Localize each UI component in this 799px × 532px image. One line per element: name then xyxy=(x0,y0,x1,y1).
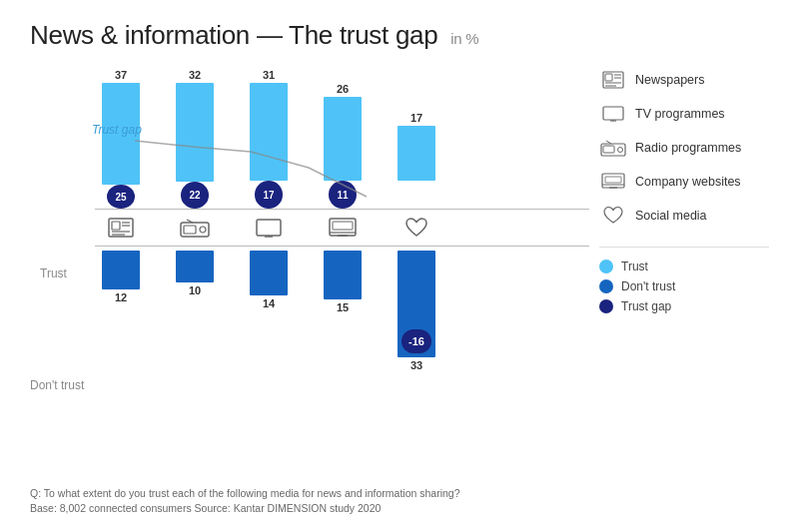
icon-radio xyxy=(169,216,221,240)
dont-trust-val-radio: 10 xyxy=(189,284,201,296)
legend-icon-radio xyxy=(599,137,627,159)
trust-color-dot xyxy=(599,260,613,273)
legend: Newspapers TV programmes xyxy=(589,69,769,319)
trust-val-radio: 32 xyxy=(189,69,201,81)
legend-color-dont-trust: Don't trust xyxy=(599,279,769,293)
dont-trust-val-newspapers: 12 xyxy=(115,291,127,303)
dont-trust-bar-newspapers xyxy=(102,251,140,289)
svg-rect-29 xyxy=(603,146,614,153)
legend-item-tv: TV programmes xyxy=(599,103,769,125)
legend-icon-tv xyxy=(599,103,627,125)
dont-trust-bar-social: -16 xyxy=(398,251,435,357)
legend-media-items: Newspapers TV programmes xyxy=(599,69,769,227)
dont-trust-group-social: -16 33 xyxy=(391,251,442,380)
legend-label-newspapers: Newspapers xyxy=(635,73,704,87)
trust-color-label: Trust xyxy=(621,260,648,273)
legend-icon-social xyxy=(599,205,627,227)
dont-trust-bar-tv xyxy=(250,251,288,295)
legend-item-company: Company websites xyxy=(599,171,769,193)
bar-group-company: 26 11 xyxy=(317,69,369,209)
svg-point-28 xyxy=(618,148,623,153)
trust-bar-tv xyxy=(250,83,288,181)
svg-rect-24 xyxy=(603,107,623,120)
legend-label-tv: TV programmes xyxy=(635,107,725,121)
dont-trust-group-radio: 10 xyxy=(169,251,221,350)
legend-item-social: Social media xyxy=(599,205,769,227)
gap-circle-company: 11 xyxy=(329,181,357,209)
svg-rect-8 xyxy=(184,226,196,234)
icon-newspapers xyxy=(95,216,147,240)
trust-gap-color-dot xyxy=(599,299,613,313)
trust-gap-color-label: Trust gap xyxy=(621,299,671,313)
trust-bar-social xyxy=(398,126,435,181)
dont-trust-bar-company xyxy=(324,251,362,299)
icon-company xyxy=(317,216,369,240)
icon-tv xyxy=(243,216,295,240)
dont-trust-label: Don't trust xyxy=(30,378,84,392)
trust-val-newspapers: 37 xyxy=(115,69,127,81)
dont-trust-group-tv: 14 xyxy=(243,251,295,350)
title-main: News & information — The trust gap xyxy=(30,20,437,50)
legend-label-company: Company websites xyxy=(635,175,741,189)
legend-color-trust: Trust xyxy=(599,260,769,273)
trust-val-social: 17 xyxy=(410,112,422,124)
footnote: Q: To what extent do you trust each of t… xyxy=(30,486,460,518)
dont-trust-color-label: Don't trust xyxy=(621,279,675,293)
trust-label: Trust xyxy=(40,266,67,280)
legend-label-radio: Radio programmes xyxy=(635,141,741,155)
gap-circle-tv: 17 xyxy=(255,181,283,209)
dont-trust-val-social: 33 xyxy=(410,359,422,371)
footnote-line1: Q: To what extent do you trust each of t… xyxy=(30,486,460,502)
legend-icon-newspapers xyxy=(599,69,627,91)
legend-color-trust-gap: Trust gap xyxy=(599,299,769,313)
bar-group-tv: 31 17 xyxy=(243,69,295,209)
svg-point-7 xyxy=(200,227,206,233)
dont-trust-group-company: 15 xyxy=(317,251,369,350)
legend-icon-company xyxy=(599,171,627,193)
gap-circle-newspapers: 25 xyxy=(107,185,135,209)
footnote-line2: Base: 8,002 connected consumers Source: … xyxy=(30,501,460,517)
dont-trust-color-dot xyxy=(599,279,613,293)
trust-bar-radio xyxy=(176,83,214,182)
trust-bar-company xyxy=(324,97,362,181)
trust-val-company: 26 xyxy=(337,83,349,95)
legend-divider xyxy=(599,247,769,248)
dont-trust-val-company: 15 xyxy=(337,301,349,313)
svg-rect-10 xyxy=(257,220,281,236)
bar-group-social: 17 xyxy=(391,69,442,209)
trust-gap-label: Trust gap xyxy=(92,123,142,137)
legend-label-social: Social media xyxy=(635,209,707,223)
svg-rect-34 xyxy=(605,177,621,183)
legend-item-newspapers: Newspapers xyxy=(599,69,769,91)
gap-circle-social: -16 xyxy=(401,329,431,353)
svg-rect-17 xyxy=(333,222,353,230)
dont-trust-val-tv: 14 xyxy=(263,297,275,309)
svg-rect-1 xyxy=(112,222,120,230)
title-suffix: in % xyxy=(450,30,478,47)
bar-group-newspapers: 37 25 xyxy=(95,69,147,209)
icon-social xyxy=(391,216,442,240)
trust-val-tv: 31 xyxy=(263,69,275,81)
bar-group-radio: 32 22 xyxy=(169,69,221,209)
legend-color-items: Trust Don't trust Trust gap xyxy=(599,260,769,313)
chart-title: News & information — The trust gap in % xyxy=(30,20,769,51)
dont-trust-group-newspapers: 12 xyxy=(95,251,147,350)
legend-item-radio: Radio programmes xyxy=(599,137,769,159)
gap-circle-radio: 22 xyxy=(181,182,209,209)
dont-trust-bar-radio xyxy=(176,251,214,282)
svg-rect-19 xyxy=(605,74,612,81)
svg-rect-6 xyxy=(181,223,209,237)
